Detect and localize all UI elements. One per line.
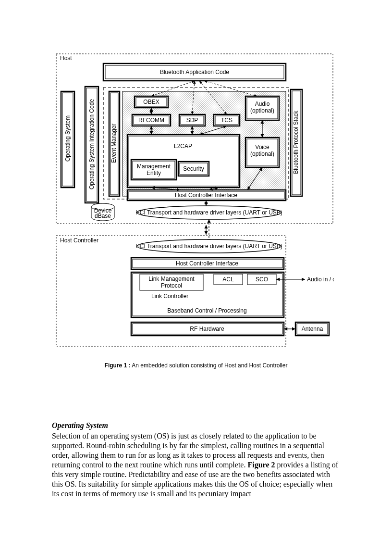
link-controller-label: Link Controller <box>151 293 188 300</box>
lmp-label2: Protocol <box>161 282 182 289</box>
bt-protocol-stack-label: Bluetooth Protocol Stack <box>293 110 299 174</box>
host-label: Host <box>60 55 72 62</box>
hci-transport-controller-label: HCI Transport and hardware driver layers… <box>135 243 282 250</box>
voice-label: Voice <box>255 144 270 151</box>
operating-system-label: Operating System <box>64 115 71 162</box>
mgmt-entity-label2: Entity <box>147 170 161 176</box>
antenna-label: Antenna <box>302 326 323 332</box>
audio-label: Audio <box>255 100 270 107</box>
lmp-label1: Link Management <box>148 276 195 282</box>
sdp-label: SDP <box>186 117 198 124</box>
figure-caption-bold: Figure 1 : <box>105 362 131 369</box>
acl-label: ACL <box>222 276 234 283</box>
mgmt-entity-label1: Management <box>137 163 171 170</box>
l2cap-label: L2CAP <box>174 143 192 150</box>
section-paragraph: Selection of an operating system (OS) is… <box>52 431 340 499</box>
hci-controller-label: Host Controller Interface <box>176 260 238 267</box>
audio-opt-label: (optional) <box>250 107 274 114</box>
figure-caption: Figure 1 : An embedded solution consisti… <box>0 362 392 369</box>
tcs-label: TCS <box>221 117 233 124</box>
security-label: Security <box>183 165 204 172</box>
architecture-diagram: Host Operating System Operating System I… <box>55 53 334 351</box>
hci-transport-host-label: HCI Transport and hardware driver layers… <box>135 209 282 216</box>
figure-caption-text: An embedded solution consisting of Host … <box>131 362 288 369</box>
device-dbase-label2: dBase <box>95 213 111 219</box>
event-manager-label: Event Manager <box>110 124 117 163</box>
obex-label: OBEX <box>143 99 159 105</box>
voice-opt-label: (optional) <box>250 151 274 157</box>
bt-app-code-label: Bluetooth Application Code <box>160 69 229 75</box>
rf-hardware-label: RF Hardware <box>190 326 224 332</box>
rfcomm-label: RFCOMM <box>138 117 164 124</box>
body-text: Operating System Selection of an operati… <box>52 421 340 499</box>
baseband-label: Baseband Control / Processing <box>167 307 246 314</box>
sco-label: SCO <box>256 276 268 283</box>
page: Host Operating System Operating System I… <box>0 0 392 540</box>
audio-io-label: Audio in / out <box>307 276 334 283</box>
host-controller-label: Host Controller <box>60 237 98 244</box>
section-heading: Operating System <box>52 421 340 430</box>
os-integration-label: Operating System Integration Code <box>88 99 95 189</box>
hci-host-label: Host Controller Interface <box>175 192 237 199</box>
